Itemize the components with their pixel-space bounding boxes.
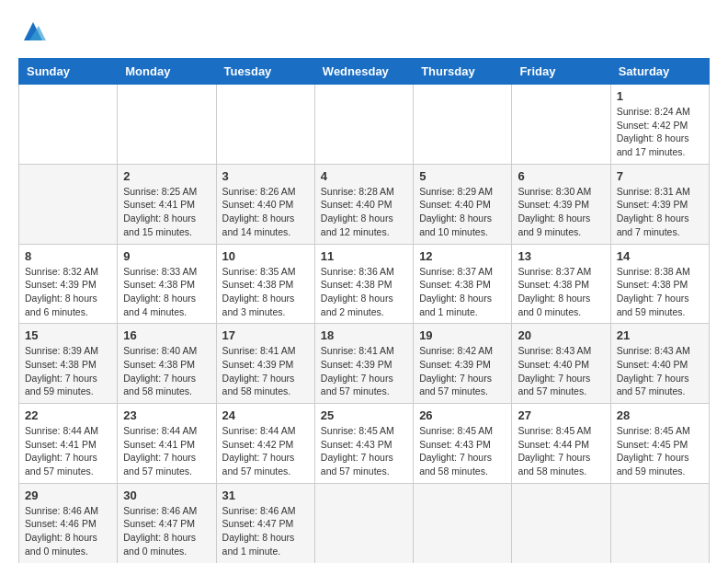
day-info: Sunrise: 8:41 AMSunset: 4:39 PMDaylight:…	[321, 344, 407, 398]
header	[18, 18, 710, 49]
day-info: Sunrise: 8:37 AMSunset: 4:38 PMDaylight:…	[419, 265, 506, 319]
day-number: 22	[25, 408, 111, 422]
day-number: 18	[321, 328, 407, 342]
day-info: Sunrise: 8:38 AMSunset: 4:38 PMDaylight:…	[617, 265, 703, 319]
day-number: 11	[321, 249, 407, 263]
day-info: Sunrise: 8:24 AMSunset: 4:42 PMDaylight:…	[617, 105, 703, 159]
day-number: 21	[617, 328, 703, 342]
day-info: Sunrise: 8:43 AMSunset: 4:40 PMDaylight:…	[518, 344, 604, 398]
calendar-cell	[216, 85, 314, 165]
calendar-cell: 1Sunrise: 8:24 AMSunset: 4:42 PMDaylight…	[610, 85, 709, 165]
calendar-cell: 16Sunrise: 8:40 AMSunset: 4:38 PMDayligh…	[118, 324, 216, 404]
calendar-cell	[314, 85, 413, 165]
day-info: Sunrise: 8:32 AMSunset: 4:39 PMDaylight:…	[25, 265, 111, 319]
calendar-cell	[414, 85, 512, 165]
day-info: Sunrise: 8:40 AMSunset: 4:38 PMDaylight:…	[123, 344, 210, 398]
calendar-cell: 20Sunrise: 8:43 AMSunset: 4:40 PMDayligh…	[512, 324, 610, 404]
day-number: 3	[222, 169, 309, 183]
day-number: 23	[123, 408, 210, 422]
calendar-cell: 7Sunrise: 8:31 AMSunset: 4:39 PMDaylight…	[610, 164, 709, 244]
calendar-cell	[118, 85, 216, 165]
day-info: Sunrise: 8:25 AMSunset: 4:41 PMDaylight:…	[123, 185, 210, 239]
calendar-cell	[414, 483, 512, 563]
week-row-5: 29Sunrise: 8:46 AMSunset: 4:46 PMDayligh…	[19, 483, 710, 563]
day-info: Sunrise: 8:46 AMSunset: 4:46 PMDaylight:…	[25, 504, 111, 558]
day-info: Sunrise: 8:33 AMSunset: 4:38 PMDaylight:…	[123, 265, 210, 319]
calendar-cell: 4Sunrise: 8:28 AMSunset: 4:40 PMDaylight…	[314, 164, 413, 244]
dow-monday: Monday	[118, 59, 216, 85]
calendar-cell: 15Sunrise: 8:39 AMSunset: 4:38 PMDayligh…	[19, 324, 118, 404]
day-number: 5	[419, 169, 506, 183]
calendar-cell: 26Sunrise: 8:45 AMSunset: 4:43 PMDayligh…	[414, 404, 512, 484]
day-number: 10	[222, 249, 309, 263]
day-info: Sunrise: 8:42 AMSunset: 4:39 PMDaylight:…	[419, 344, 506, 398]
page: SundayMondayTuesdayWednesdayThursdayFrid…	[0, 0, 728, 563]
day-number: 9	[123, 249, 210, 263]
logo-icon	[20, 18, 46, 44]
calendar-cell	[19, 85, 118, 165]
calendar-cell: 2Sunrise: 8:25 AMSunset: 4:41 PMDaylight…	[118, 164, 216, 244]
dow-thursday: Thursday	[414, 59, 512, 85]
day-number: 31	[222, 488, 309, 502]
day-info: Sunrise: 8:44 AMSunset: 4:42 PMDaylight:…	[222, 424, 309, 478]
day-info: Sunrise: 8:35 AMSunset: 4:38 PMDaylight:…	[222, 265, 309, 319]
week-row-1: 2Sunrise: 8:25 AMSunset: 4:41 PMDaylight…	[19, 164, 710, 244]
day-number: 1	[617, 89, 703, 103]
day-info: Sunrise: 8:37 AMSunset: 4:38 PMDaylight:…	[518, 265, 604, 319]
day-info: Sunrise: 8:46 AMSunset: 4:47 PMDaylight:…	[123, 504, 210, 558]
day-number: 26	[419, 408, 506, 422]
calendar-cell	[314, 483, 413, 563]
week-row-3: 15Sunrise: 8:39 AMSunset: 4:38 PMDayligh…	[19, 324, 710, 404]
day-info: Sunrise: 8:45 AMSunset: 4:44 PMDaylight:…	[518, 424, 604, 478]
day-info: Sunrise: 8:45 AMSunset: 4:43 PMDaylight:…	[419, 424, 506, 478]
calendar-cell: 28Sunrise: 8:45 AMSunset: 4:45 PMDayligh…	[610, 404, 709, 484]
day-info: Sunrise: 8:45 AMSunset: 4:45 PMDaylight:…	[617, 424, 703, 478]
day-number: 8	[25, 249, 111, 263]
day-number: 20	[518, 328, 604, 342]
calendar-cell: 30Sunrise: 8:46 AMSunset: 4:47 PMDayligh…	[118, 483, 216, 563]
dow-sunday: Sunday	[19, 59, 118, 85]
dow-saturday: Saturday	[610, 59, 709, 85]
day-number: 4	[321, 169, 407, 183]
calendar-cell: 5Sunrise: 8:29 AMSunset: 4:40 PMDaylight…	[414, 164, 512, 244]
day-info: Sunrise: 8:43 AMSunset: 4:40 PMDaylight:…	[617, 344, 703, 398]
day-number: 19	[419, 328, 506, 342]
day-number: 2	[123, 169, 210, 183]
day-number: 30	[123, 488, 210, 502]
week-row-0: 1Sunrise: 8:24 AMSunset: 4:42 PMDaylight…	[19, 85, 710, 165]
day-number: 15	[25, 328, 111, 342]
day-number: 14	[617, 249, 703, 263]
dow-tuesday: Tuesday	[216, 59, 314, 85]
day-number: 25	[321, 408, 407, 422]
dow-friday: Friday	[512, 59, 610, 85]
calendar-cell: 23Sunrise: 8:44 AMSunset: 4:41 PMDayligh…	[118, 404, 216, 484]
calendar-cell: 10Sunrise: 8:35 AMSunset: 4:38 PMDayligh…	[216, 244, 314, 324]
calendar-cell: 29Sunrise: 8:46 AMSunset: 4:46 PMDayligh…	[19, 483, 118, 563]
calendar: SundayMondayTuesdayWednesdayThursdayFrid…	[18, 58, 710, 563]
calendar-cell: 19Sunrise: 8:42 AMSunset: 4:39 PMDayligh…	[414, 324, 512, 404]
day-info: Sunrise: 8:41 AMSunset: 4:39 PMDaylight:…	[222, 344, 309, 398]
calendar-cell: 21Sunrise: 8:43 AMSunset: 4:40 PMDayligh…	[610, 324, 709, 404]
day-number: 16	[123, 328, 210, 342]
calendar-cell: 31Sunrise: 8:46 AMSunset: 4:47 PMDayligh…	[216, 483, 314, 563]
calendar-body: 1Sunrise: 8:24 AMSunset: 4:42 PMDaylight…	[19, 85, 710, 564]
calendar-cell: 12Sunrise: 8:37 AMSunset: 4:38 PMDayligh…	[414, 244, 512, 324]
calendar-cell: 18Sunrise: 8:41 AMSunset: 4:39 PMDayligh…	[314, 324, 413, 404]
day-info: Sunrise: 8:28 AMSunset: 4:40 PMDaylight:…	[321, 185, 407, 239]
day-number: 12	[419, 249, 506, 263]
day-of-week-header: SundayMondayTuesdayWednesdayThursdayFrid…	[19, 59, 710, 85]
calendar-cell: 8Sunrise: 8:32 AMSunset: 4:39 PMDaylight…	[19, 244, 118, 324]
day-number: 6	[518, 169, 604, 183]
day-number: 17	[222, 328, 309, 342]
day-number: 24	[222, 408, 309, 422]
calendar-cell: 6Sunrise: 8:30 AMSunset: 4:39 PMDaylight…	[512, 164, 610, 244]
calendar-cell: 3Sunrise: 8:26 AMSunset: 4:40 PMDaylight…	[216, 164, 314, 244]
calendar-cell: 25Sunrise: 8:45 AMSunset: 4:43 PMDayligh…	[314, 404, 413, 484]
day-number: 13	[518, 249, 604, 263]
calendar-cell: 13Sunrise: 8:37 AMSunset: 4:38 PMDayligh…	[512, 244, 610, 324]
week-row-4: 22Sunrise: 8:44 AMSunset: 4:41 PMDayligh…	[19, 404, 710, 484]
calendar-cell: 17Sunrise: 8:41 AMSunset: 4:39 PMDayligh…	[216, 324, 314, 404]
calendar-cell: 27Sunrise: 8:45 AMSunset: 4:44 PMDayligh…	[512, 404, 610, 484]
logo	[18, 18, 46, 49]
day-info: Sunrise: 8:31 AMSunset: 4:39 PMDaylight:…	[617, 185, 703, 239]
